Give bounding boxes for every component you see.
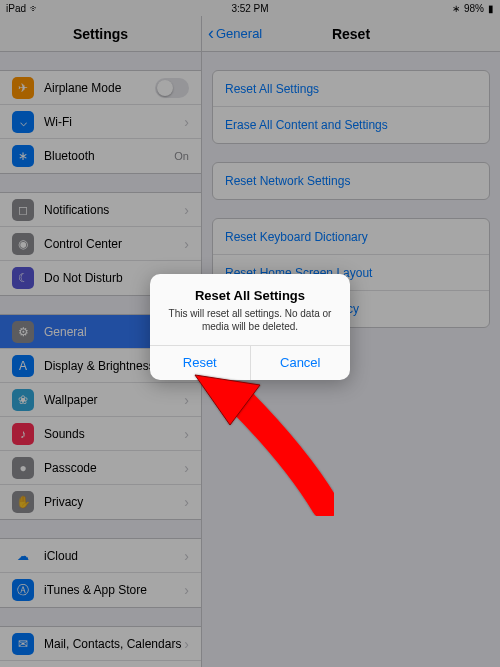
alert-title: Reset All Settings — [162, 288, 338, 303]
alert-reset-button[interactable]: Reset — [150, 346, 251, 380]
alert-cancel-button[interactable]: Cancel — [251, 346, 351, 380]
alert-message: This will reset all settings. No data or… — [162, 307, 338, 333]
alert-dialog: Reset All Settings This will reset all s… — [150, 274, 350, 380]
